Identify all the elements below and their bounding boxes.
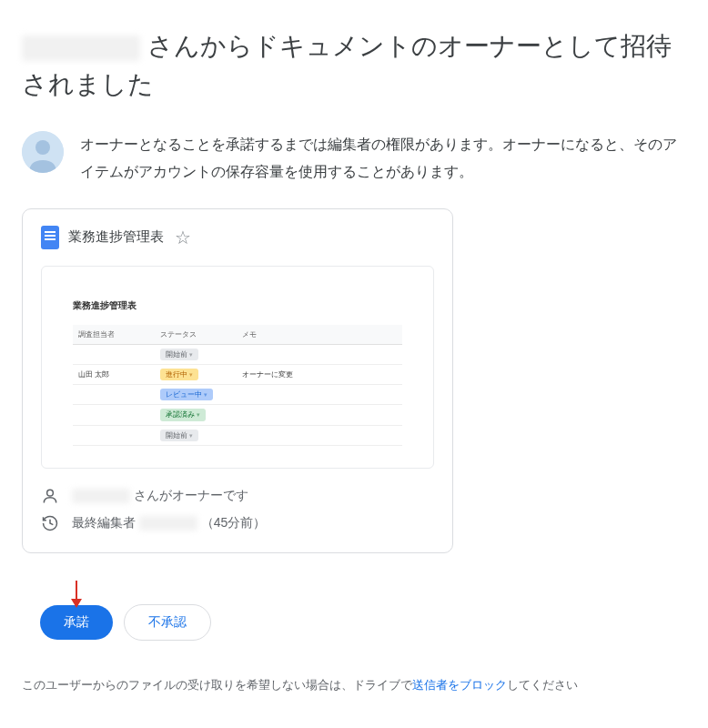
person-icon — [41, 487, 59, 505]
button-row: 承諾 不承認 — [40, 604, 686, 641]
status-chip: レビュー中 — [160, 389, 213, 400]
footer-text: このユーザーからのファイルの受け取りを希望しない場合は、ドライブで送信者をブロッ… — [22, 677, 686, 693]
document-title[interactable]: 業務進捗管理表 — [68, 228, 164, 246]
document-header: 業務進捗管理表 ☆ — [41, 226, 434, 249]
status-chip: 開始前 — [160, 430, 198, 441]
cell-memo — [237, 405, 402, 425]
last-editor-time: （45分前） — [201, 515, 267, 530]
cell-person — [73, 405, 155, 425]
block-sender-link[interactable]: 送信者をブロック — [412, 678, 507, 692]
table-header: メモ — [237, 325, 402, 345]
cell-memo — [237, 425, 402, 445]
history-icon — [41, 514, 59, 532]
status-chip: 進行中 — [160, 369, 198, 380]
star-icon[interactable]: ☆ — [175, 227, 191, 248]
cell-memo — [237, 344, 402, 364]
owner-name-redacted — [72, 489, 130, 503]
table-header: ステータス — [155, 325, 237, 345]
table-header: 調査担当者 — [73, 325, 155, 345]
document-card: 業務進捗管理表 ☆ 業務進捗管理表 調査担当者 ステータス メモ 開始前山田 太… — [22, 208, 453, 553]
cell-status: レビュー中 — [155, 385, 237, 405]
thumbnail-title: 業務進捗管理表 — [73, 299, 402, 312]
svg-point-1 — [35, 140, 50, 155]
owner-row: さんがオーナーです — [41, 487, 434, 505]
accept-button[interactable]: 承諾 — [40, 605, 113, 640]
cell-person — [73, 344, 155, 364]
page-title: さんからドキュメントのオーナーとして招待されました — [22, 27, 686, 104]
cell-status: 開始前 — [155, 425, 237, 445]
cell-memo: オーナーに変更 — [237, 364, 402, 384]
sender-name-redacted — [22, 35, 140, 61]
thumbnail-table: 調査担当者 ステータス メモ 開始前山田 太郎進行中オーナーに変更レビュー中承認… — [73, 325, 402, 446]
table-row: レビュー中 — [73, 385, 402, 405]
notice-text: オーナーとなることを承諾するまでは編集者の権限があります。オーナーになると、その… — [80, 131, 686, 187]
owner-suffix: さんがオーナーです — [134, 488, 248, 502]
cell-person — [73, 425, 155, 445]
table-row: 山田 太郎進行中オーナーに変更 — [73, 364, 402, 384]
cell-person: 山田 太郎 — [73, 364, 155, 384]
table-row: 開始前 — [73, 425, 402, 445]
cell-memo — [237, 385, 402, 405]
footer-prefix: このユーザーからのファイルの受け取りを希望しない場合は、ドライブで — [22, 678, 412, 692]
footer-suffix: してください — [507, 678, 578, 692]
cell-status: 承認済み — [155, 405, 237, 425]
document-thumbnail[interactable]: 業務進捗管理表 調査担当者 ステータス メモ 開始前山田 太郎進行中オーナーに変… — [41, 266, 434, 469]
cell-status: 進行中 — [155, 364, 237, 384]
status-chip: 承認済み — [160, 409, 206, 420]
avatar — [22, 131, 64, 173]
docs-icon — [41, 226, 59, 249]
svg-marker-4 — [71, 599, 82, 608]
last-editor-row: 最終編集者 （45分前） — [41, 514, 434, 532]
status-chip: 開始前 — [160, 349, 198, 360]
decline-button[interactable]: 不承認 — [124, 604, 211, 641]
table-row: 開始前 — [73, 344, 402, 364]
table-row: 承認済み — [73, 405, 402, 425]
cell-person — [73, 385, 155, 405]
last-editor-label: 最終編集者 — [72, 515, 136, 530]
cell-status: 開始前 — [155, 344, 237, 364]
last-editor-name-redacted — [139, 516, 197, 531]
svg-point-2 — [47, 490, 54, 496]
notice-row: オーナーとなることを承諾するまでは編集者の権限があります。オーナーになると、その… — [22, 131, 686, 187]
arrow-annotation — [67, 579, 686, 610]
